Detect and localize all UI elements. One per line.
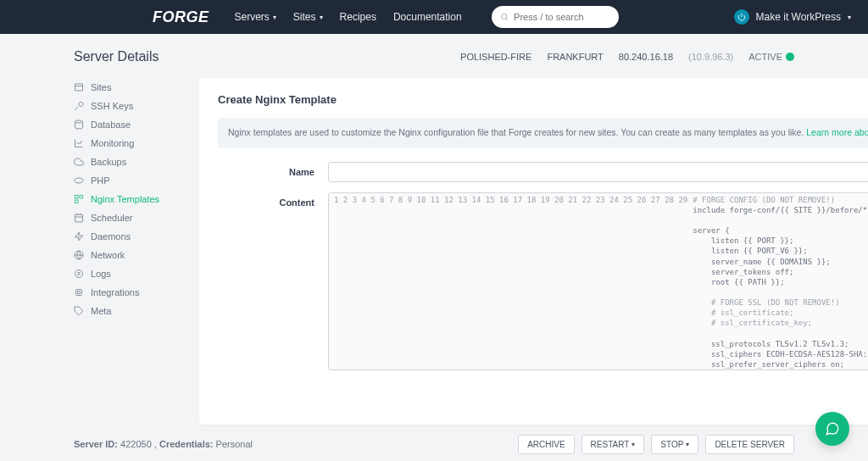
templates-icon	[74, 194, 84, 204]
search-input[interactable]	[514, 12, 610, 22]
sidebar-item-monitoring[interactable]: Monitoring	[74, 134, 184, 153]
delete-server-button[interactable]: DELETE SERVER	[705, 435, 794, 454]
tag-icon	[74, 306, 84, 316]
name-label: Name	[218, 162, 328, 177]
document-icon	[74, 269, 84, 279]
server-name: POLISHED-FIRE	[460, 52, 531, 62]
page-header: Server Details POLISHED-FIRE FRANKFURT 8…	[74, 49, 794, 64]
code-editor[interactable]: 1 2 3 4 5 6 7 8 9 10 11 12 13 14 15 16 1…	[328, 192, 868, 370]
calendar-icon	[74, 213, 84, 223]
learn-more-link[interactable]: Learn more about Nginx templates.	[806, 127, 868, 137]
svg-rect-8	[75, 214, 83, 222]
footer: Server ID: 422050 , Credentials: Persona…	[74, 425, 794, 461]
top-nav: Servers▾ Sites▾ Recipes Documentation	[235, 6, 619, 28]
key-icon	[74, 101, 84, 111]
sidebar-item-ssh-keys[interactable]: SSH Keys	[74, 97, 184, 115]
content-label: Content	[218, 192, 328, 208]
line-gutter: 1 2 3 4 5 6 7 8 9 10 11 12 13 14 15 16 1…	[329, 195, 693, 370]
account-menu[interactable]: Make it WorkPress ▾	[734, 9, 851, 25]
chevron-down-icon: ▾	[686, 441, 689, 448]
server-private-ip: (10.9.96.3)	[688, 52, 733, 62]
database-icon	[74, 119, 84, 130]
check-icon	[786, 53, 794, 61]
sidebar-item-meta[interactable]: Meta	[74, 302, 184, 320]
svg-point-3	[75, 120, 83, 123]
info-banner: Nginx templates are used to customize th…	[218, 118, 868, 148]
nav-documentation[interactable]: Documentation	[393, 11, 462, 23]
archive-button[interactable]: ARCHIVE	[518, 435, 574, 454]
svg-point-0	[501, 14, 506, 19]
status-badge: ACTIVE	[748, 52, 794, 62]
sidebar-item-scheduler[interactable]: Scheduler	[74, 208, 184, 227]
server-region: FRANKFURT	[547, 52, 603, 62]
window-icon	[74, 82, 84, 92]
topbar: FORGE Servers▾ Sites▾ Recipes Documentat…	[0, 0, 868, 34]
svg-rect-5	[75, 196, 79, 199]
svg-rect-2	[75, 84, 83, 91]
name-input[interactable]	[328, 162, 868, 182]
card-title: Create Nginx Template	[218, 93, 868, 106]
cloud-icon	[74, 157, 84, 167]
help-fab[interactable]	[815, 412, 849, 446]
globe-icon	[74, 250, 84, 260]
search-icon	[500, 12, 509, 22]
chevron-down-icon: ▾	[848, 14, 851, 21]
svg-rect-7	[75, 200, 79, 203]
stop-button[interactable]: STOP▾	[651, 435, 698, 454]
sidebar-item-php[interactable]: PHP	[74, 171, 184, 190]
code-text[interactable]: # FORGE CONFIG (DO NOT REMOVE!) include …	[693, 195, 868, 370]
svg-rect-6	[80, 196, 83, 199]
bolt-icon	[74, 231, 84, 242]
chart-icon	[74, 138, 84, 148]
plug-icon	[74, 287, 84, 297]
logo: FORGE	[17, 8, 209, 26]
chevron-down-icon: ▾	[273, 14, 276, 21]
footer-meta: Server ID: 422050 , Credentials: Persona…	[74, 439, 253, 449]
php-icon	[74, 175, 84, 186]
nav-sites[interactable]: Sites▾	[293, 11, 323, 23]
sidebar-item-nginx-templates[interactable]: Nginx Templates	[74, 190, 184, 208]
power-icon	[734, 9, 749, 25]
sidebar-item-daemons[interactable]: Daemons	[74, 227, 184, 246]
sidebar-item-network[interactable]: Network	[74, 246, 184, 264]
server-ip: 80.240.16.18	[619, 52, 673, 62]
search-box[interactable]	[492, 6, 619, 28]
svg-rect-11	[76, 290, 82, 296]
sidebar: Sites SSH Keys Database Monitoring Backu…	[74, 78, 184, 320]
sidebar-item-logs[interactable]: Logs	[74, 264, 184, 283]
nav-servers[interactable]: Servers▾	[235, 11, 276, 23]
sidebar-item-database[interactable]: Database	[74, 115, 184, 134]
main-card: Create Nginx Template Nginx templates ar…	[199, 78, 868, 425]
restart-button[interactable]: RESTART▾	[581, 435, 645, 454]
server-meta: POLISHED-FIRE FRANKFURT 80.240.16.18 (10…	[460, 52, 794, 62]
sidebar-item-sites[interactable]: Sites	[74, 78, 184, 97]
sidebar-item-backups[interactable]: Backups	[74, 153, 184, 171]
nav-recipes[interactable]: Recipes	[340, 11, 376, 23]
chat-icon	[825, 421, 840, 436]
chevron-down-icon: ▾	[632, 441, 635, 448]
page-title: Server Details	[74, 49, 159, 64]
chevron-down-icon: ▾	[320, 14, 323, 21]
svg-point-4	[75, 178, 83, 183]
sidebar-item-integrations[interactable]: Integrations	[74, 283, 184, 302]
